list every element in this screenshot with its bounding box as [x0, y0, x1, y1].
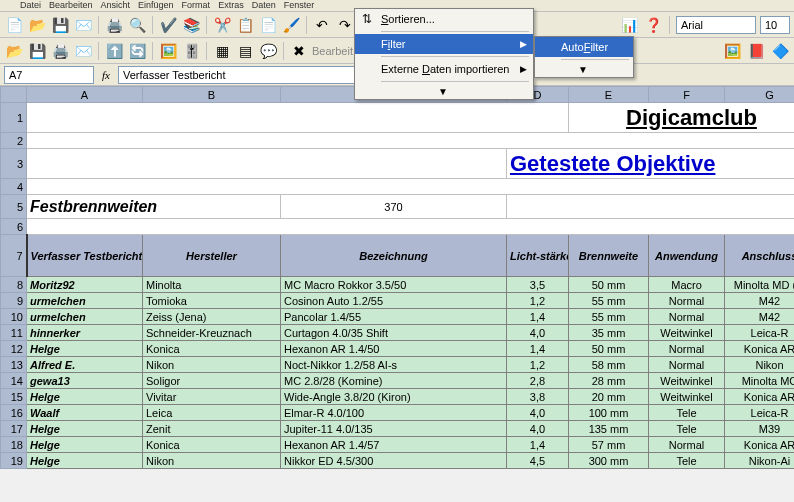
cell[interactable]: Tomioka	[143, 293, 281, 309]
cell[interactable]: 135 mm	[569, 421, 649, 437]
row-header[interactable]: 18	[1, 437, 27, 453]
cell[interactable]: 100 mm	[569, 405, 649, 421]
cell[interactable]: 55 mm	[569, 309, 649, 325]
mail-icon[interactable]: ✉️	[73, 15, 93, 35]
cell[interactable]: 4,0	[507, 421, 569, 437]
row-header[interactable]: 15	[1, 389, 27, 405]
col-header[interactable]: E	[569, 87, 649, 103]
cell[interactable]: Konica AR	[725, 341, 795, 357]
cell[interactable]: 58 mm	[569, 357, 649, 373]
row-header[interactable]: 17	[1, 421, 27, 437]
cell[interactable]: Helge	[27, 437, 143, 453]
cell[interactable]: 1,4	[507, 309, 569, 325]
table-row[interactable]: 13Alfred E.NikonNoct-Nikkor 1.2/58 AI-s1…	[1, 357, 795, 373]
format-painter-icon[interactable]: 🖌️	[281, 15, 301, 35]
cell[interactable]: Nikon	[143, 453, 281, 469]
cell[interactable]: Vivitar	[143, 389, 281, 405]
table-row[interactable]: 15HelgeVivitarWide-Angle 3.8/20 (Kiron)3…	[1, 389, 795, 405]
table-row[interactable]: 14gewa13SoligorMC 2.8/28 (Komine)2,828 m…	[1, 373, 795, 389]
cell[interactable]: Konica	[143, 341, 281, 357]
cell[interactable]: gewa13	[27, 373, 143, 389]
row-header[interactable]: 16	[1, 405, 27, 421]
cell[interactable]: Leica	[143, 405, 281, 421]
cell[interactable]: Leica-R	[725, 325, 795, 341]
cell[interactable]: MC 2.8/28 (Komine)	[281, 373, 507, 389]
cell[interactable]: Zenit	[143, 421, 281, 437]
cell[interactable]: Helge	[27, 421, 143, 437]
cell[interactable]: 4,5	[507, 453, 569, 469]
row-header[interactable]: 13	[1, 357, 27, 373]
shapes-icon[interactable]: 🔷	[770, 41, 790, 61]
comment-icon[interactable]: 💬	[258, 41, 278, 61]
cell[interactable]: Schneider-Kreuznach	[143, 325, 281, 341]
cell[interactable]: 3,5	[507, 277, 569, 293]
image-icon[interactable]: 🖼️	[158, 41, 178, 61]
cell[interactable]: 300 mm	[569, 453, 649, 469]
close-preview-icon[interactable]: ✖	[289, 41, 309, 61]
row-header[interactable]: 3	[1, 149, 27, 179]
cell[interactable]: Minolta	[143, 277, 281, 293]
table-row[interactable]: 16WaalfLeicaElmar-R 4.0/1004,0100 mmTele…	[1, 405, 795, 421]
menu-expand-icon[interactable]: ▼	[535, 62, 633, 77]
table-row[interactable]: 11hinnerkerSchneider-KreuznachCurtagon 4…	[1, 325, 795, 341]
adjust-icon[interactable]: 🎚️	[181, 41, 201, 61]
cell[interactable]: Noct-Nikkor 1.2/58 AI-s	[281, 357, 507, 373]
table-row[interactable]: 17HelgeZenitJupiter-11 4.0/1354,0135 mmT…	[1, 421, 795, 437]
cell[interactable]: hinnerker	[27, 325, 143, 341]
cell[interactable]: Normal	[649, 357, 725, 373]
cell[interactable]: Nikon	[143, 357, 281, 373]
cell[interactable]: 1,2	[507, 357, 569, 373]
cell[interactable]: 1,4	[507, 341, 569, 357]
chart-icon[interactable]: 📊	[619, 15, 639, 35]
row-header[interactable]: 5	[1, 195, 27, 219]
select-all-corner[interactable]	[1, 87, 27, 103]
cut-icon[interactable]: ✂️	[212, 15, 232, 35]
cell[interactable]: Nikon	[725, 357, 795, 373]
cell[interactable]: Leica-R	[725, 405, 795, 421]
cell[interactable]: Soligor	[143, 373, 281, 389]
row-header[interactable]: 12	[1, 341, 27, 357]
cell[interactable]: 20 mm	[569, 389, 649, 405]
pdf-icon[interactable]: 📕	[746, 41, 766, 61]
cell[interactable]: 4,0	[507, 325, 569, 341]
cell[interactable]: 57 mm	[569, 437, 649, 453]
cell[interactable]: M42	[725, 309, 795, 325]
research-icon[interactable]: 📚	[181, 15, 201, 35]
cell[interactable]: Weitwinkel	[649, 325, 725, 341]
cell[interactable]: Curtagon 4.0/35 Shift	[281, 325, 507, 341]
menu-external-data[interactable]: Externe Daten importieren▶	[355, 59, 533, 79]
cell[interactable]: Macro	[649, 277, 725, 293]
open2-icon[interactable]: 📂	[4, 41, 24, 61]
row-header[interactable]: 6	[1, 219, 27, 235]
paste-icon[interactable]: 📄	[258, 15, 278, 35]
refresh-icon[interactable]: 🔄	[127, 41, 147, 61]
cell[interactable]: Normal	[649, 309, 725, 325]
cell[interactable]: Pancolar 1.4/55	[281, 309, 507, 325]
cell[interactable]: Tele	[649, 405, 725, 421]
row-header[interactable]: 14	[1, 373, 27, 389]
row-header[interactable]: 7	[1, 235, 27, 277]
cell[interactable]: Cosinon Auto 1.2/55	[281, 293, 507, 309]
cell[interactable]: Elmar-R 4.0/100	[281, 405, 507, 421]
cell[interactable]: Helge	[27, 453, 143, 469]
redo-icon[interactable]: ↷	[335, 15, 355, 35]
cell[interactable]: Weitwinkel	[649, 389, 725, 405]
cell[interactable]: M42	[725, 293, 795, 309]
open-icon[interactable]: 📂	[27, 15, 47, 35]
row-header[interactable]: 10	[1, 309, 27, 325]
row-header[interactable]: 11	[1, 325, 27, 341]
cell[interactable]: Konica AR	[725, 389, 795, 405]
cell[interactable]: 2,8	[507, 373, 569, 389]
table-row[interactable]: 8Moritz92MinoltaMC Macro Rokkor 3.5/503,…	[1, 277, 795, 293]
preview-icon[interactable]: 🔍	[127, 15, 147, 35]
picture-icon[interactable]: 🖼️	[722, 41, 742, 61]
data-menu[interactable]: ⇅ Sortieren... Filter▶ Externe Daten imp…	[354, 8, 534, 100]
cell[interactable]: Minolta MC	[725, 373, 795, 389]
cell[interactable]: Tele	[649, 453, 725, 469]
row-header[interactable]: 9	[1, 293, 27, 309]
row-header[interactable]: 2	[1, 133, 27, 149]
table-row[interactable]: 10urmelchenZeiss (Jena)Pancolar 1.4/551,…	[1, 309, 795, 325]
cell[interactable]: MC Macro Rokkor 3.5/50	[281, 277, 507, 293]
cell[interactable]: Helge	[27, 341, 143, 357]
cell[interactable]: Zeiss (Jena)	[143, 309, 281, 325]
